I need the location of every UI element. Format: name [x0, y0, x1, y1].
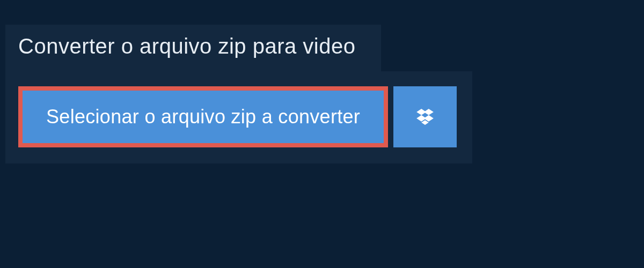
dropbox-icon [415, 107, 435, 127]
page-container: Converter o arquivo zip para video Selec… [0, 25, 644, 163]
select-file-button-label: Selecionar o arquivo zip a converter [46, 106, 360, 128]
page-title: Converter o arquivo zip para video [18, 34, 368, 58]
select-file-button[interactable]: Selecionar o arquivo zip a converter [18, 86, 388, 147]
dropbox-button[interactable] [393, 86, 457, 147]
header-panel: Converter o arquivo zip para video [5, 25, 381, 71]
action-panel: Selecionar o arquivo zip a converter [5, 71, 472, 163]
